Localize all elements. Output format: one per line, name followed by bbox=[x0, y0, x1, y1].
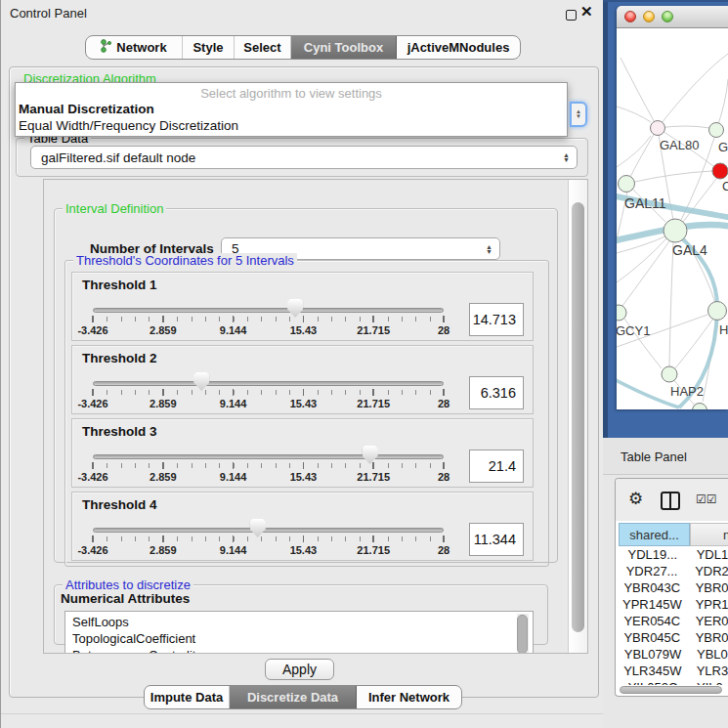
menu-item-manual-discretization[interactable]: Manual Discretization bbox=[16, 101, 567, 117]
cell-name[interactable]: YBR0 bbox=[689, 630, 728, 645]
close-traffic-light-icon[interactable] bbox=[624, 11, 636, 22]
slider-major-tick bbox=[443, 535, 445, 542]
cell-shared-name[interactable]: YBL079W bbox=[616, 647, 690, 662]
network-edge[interactable] bbox=[617, 107, 651, 122]
cell-shared-name[interactable]: YPR145W bbox=[616, 597, 689, 612]
table-row[interactable]: YPR145WYPR1 bbox=[616, 596, 728, 613]
network-canvas[interactable]: GAL80GCGAL11GAL4HGCY1HAP2 bbox=[617, 28, 728, 409]
tab-network[interactable]: Network bbox=[86, 36, 183, 59]
threshold-value-field[interactable]: 21.4 bbox=[469, 450, 524, 483]
table-horizontal-scrollbar-thumb[interactable] bbox=[620, 686, 722, 694]
threshold-slider-thumb[interactable] bbox=[287, 299, 303, 318]
threshold-slider-thumb[interactable] bbox=[363, 446, 378, 464]
cell-shared-name[interactable]: YLR345W bbox=[616, 664, 690, 678]
column-header-shared-name[interactable]: shared... bbox=[619, 523, 690, 546]
threshold-value-field[interactable]: 14.713 bbox=[469, 303, 524, 336]
attribute-list-scrollbar[interactable] bbox=[517, 614, 529, 654]
threshold-slider-track[interactable] bbox=[93, 528, 444, 533]
cell-shared-name[interactable]: YDR27... bbox=[616, 564, 688, 578]
tab-infer-network[interactable]: Infer Network bbox=[357, 686, 461, 708]
table-data-combobox[interactable]: galFiltered.sif default node ▲▼ bbox=[30, 146, 578, 169]
attribute-list-item[interactable]: SelfLoops bbox=[65, 614, 533, 630]
tab-jactivemnodules[interactable]: jActiveMNodules bbox=[397, 36, 520, 59]
main-scrollbar-thumb[interactable] bbox=[572, 202, 584, 632]
close-icon[interactable]: ✕ bbox=[580, 3, 593, 21]
cell-shared-name[interactable]: YER054C bbox=[616, 614, 689, 628]
network-node-gal11[interactable] bbox=[619, 176, 635, 193]
threshold-slider-track[interactable] bbox=[93, 454, 444, 459]
network-node-h[interactable] bbox=[708, 302, 727, 321]
zoom-traffic-light-icon[interactable] bbox=[662, 11, 673, 22]
threshold-slider-track[interactable] bbox=[93, 381, 444, 386]
tab-impute-data[interactable]: Impute Data bbox=[145, 686, 230, 708]
cell-shared-name[interactable]: YBR043C bbox=[616, 580, 689, 595]
tab-discretize-data[interactable]: Discretize Data bbox=[230, 686, 357, 708]
threshold-slider-thumb[interactable] bbox=[250, 519, 266, 537]
tab-select[interactable]: Select bbox=[235, 36, 291, 59]
cell-shared-name[interactable]: YBR045C bbox=[616, 630, 689, 645]
network-window-titlebar[interactable] bbox=[617, 6, 728, 28]
network-node-g[interactable] bbox=[709, 123, 724, 138]
threshold-value-field[interactable]: 11.344 bbox=[469, 523, 524, 556]
table-row[interactable]: YLR345WYLR3 bbox=[616, 663, 728, 679]
threshold-value-field[interactable]: 6.316 bbox=[469, 376, 524, 409]
tab-label: Discretize Data bbox=[247, 690, 338, 705]
network-node-c[interactable] bbox=[712, 163, 728, 179]
tab-cyni-toolbox[interactable]: Cyni Toolbox bbox=[291, 36, 397, 59]
table-row[interactable]: YIL052CYIL0 bbox=[616, 679, 728, 685]
algorithm-combobox-arrows[interactable]: ▲▼ bbox=[570, 102, 587, 127]
threshold-slider-thumb[interactable] bbox=[193, 372, 209, 391]
cell-name[interactable]: YBL0 bbox=[690, 647, 728, 662]
slider-major-tick bbox=[162, 535, 164, 542]
cell-name[interactable]: YBR0 bbox=[689, 580, 728, 595]
table-row[interactable]: YBR045CYBR0 bbox=[616, 629, 728, 646]
network-edge[interactable] bbox=[658, 54, 728, 128]
network-node[interactable] bbox=[693, 404, 707, 410]
cell-name[interactable]: YER0 bbox=[689, 614, 728, 628]
network-edge[interactable] bbox=[622, 241, 669, 306]
network-edge[interactable] bbox=[621, 58, 658, 128]
network-edge[interactable] bbox=[716, 79, 728, 130]
cell-name[interactable]: YDR2 bbox=[688, 564, 728, 578]
network-node-gcy1[interactable] bbox=[617, 305, 626, 321]
network-node-gal4[interactable] bbox=[664, 219, 687, 242]
slider-major-tick bbox=[443, 389, 445, 396]
table-row[interactable]: YDL19...YDL1 bbox=[616, 546, 728, 563]
tab-label: Style bbox=[193, 40, 223, 55]
menu-item-equal-width-frequency[interactable]: Equal Width/Frequency Discretization bbox=[16, 117, 567, 134]
float-window-icon[interactable] bbox=[566, 10, 577, 21]
minimize-traffic-light-icon[interactable] bbox=[643, 11, 655, 22]
network-node-gal80[interactable] bbox=[651, 121, 665, 136]
select-columns-icon[interactable]: ☑☑ bbox=[696, 492, 717, 506]
main-scrollbar[interactable] bbox=[568, 180, 588, 653]
slider-major-tick bbox=[303, 316, 305, 322]
network-edge[interactable] bbox=[617, 237, 667, 282]
network-edge[interactable] bbox=[669, 242, 673, 366]
table-horizontal-scrollbar[interactable] bbox=[619, 686, 728, 695]
cell-shared-name[interactable]: YIL052C bbox=[616, 680, 690, 685]
thresholds-fieldset: Threshold's Coordinates for 5 Intervals … bbox=[64, 260, 549, 567]
cell-name[interactable]: YDL1 bbox=[690, 547, 728, 562]
cell-name[interactable]: YIL0 bbox=[690, 680, 723, 685]
tab-label: jActiveMNodules bbox=[407, 40, 510, 55]
tab-style[interactable]: Style bbox=[183, 36, 235, 59]
table-row[interactable]: YDR27...YDR2 bbox=[616, 563, 728, 579]
split-columns-icon[interactable] bbox=[661, 492, 680, 510]
table-row[interactable]: YBL079WYBL0 bbox=[616, 646, 728, 663]
network-edge[interactable] bbox=[617, 136, 651, 167]
attribute-list-item[interactable]: BetweennessCentrality bbox=[65, 647, 533, 654]
table-row[interactable]: YBR043CYBR0 bbox=[616, 579, 728, 596]
attribute-list-scrollbar-thumb[interactable] bbox=[517, 615, 528, 654]
network-edge[interactable] bbox=[628, 128, 658, 181]
column-header-name[interactable]: na bbox=[690, 523, 728, 546]
slider-major-tick bbox=[443, 316, 445, 322]
gear-icon[interactable]: ⚙ bbox=[628, 489, 643, 509]
table-row[interactable]: YER054CYER0 bbox=[616, 613, 728, 629]
apply-button[interactable]: Apply bbox=[265, 659, 334, 680]
attribute-list-item[interactable]: TopologicalCoefficient bbox=[65, 630, 533, 647]
threshold-slider-track[interactable] bbox=[93, 308, 444, 313]
cell-name[interactable]: YLR3 bbox=[690, 664, 728, 678]
network-node-hap2[interactable] bbox=[662, 366, 677, 382]
cell-name[interactable]: YPR1 bbox=[689, 597, 728, 612]
cell-shared-name[interactable]: YDL19... bbox=[616, 547, 690, 562]
